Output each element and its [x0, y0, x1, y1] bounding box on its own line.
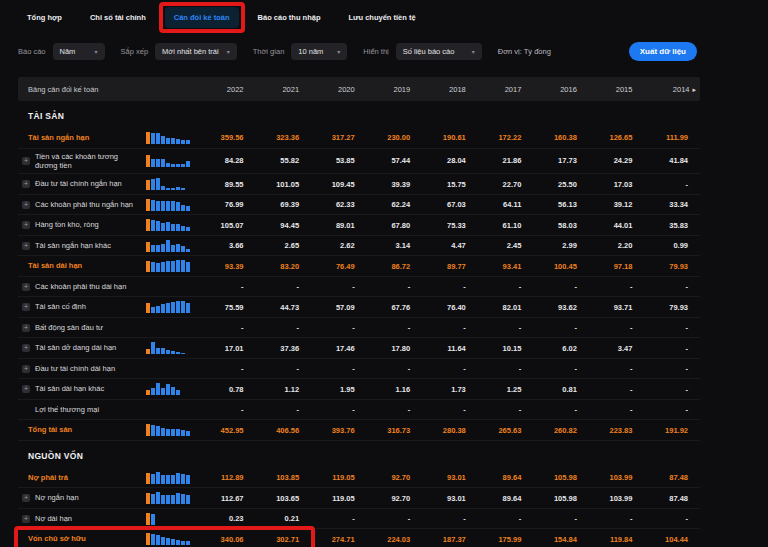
cell-value: 44.73: [256, 303, 312, 312]
cell-value: 2.62: [311, 241, 367, 250]
row-label[interactable]: +Các khoản phải thu ngắn hạn: [18, 197, 142, 212]
expand-plus-icon[interactable]: +: [22, 242, 30, 250]
cell-value: -: [200, 405, 256, 414]
cell-value: -: [589, 323, 645, 332]
mini-bar-chart: [142, 178, 185, 190]
expand-plus-icon[interactable]: +: [22, 201, 30, 209]
filter-dropdown[interactable]: Năm▾: [53, 43, 105, 60]
cell-value: 187.37: [422, 535, 478, 544]
chart-bar: [161, 244, 165, 252]
cell-value: 3.66: [200, 241, 256, 250]
filter-dropdown[interactable]: 10 năm▾: [291, 43, 347, 60]
cell-value: 0.81: [533, 385, 589, 394]
row-label-text: Nợ phải trả: [28, 473, 68, 482]
chart-bar: [176, 164, 180, 167]
chart-bar: [151, 159, 155, 167]
filter-dropdown[interactable]: Số liệu báo cáo▾: [396, 43, 482, 60]
row-label[interactable]: +Đầu tư tài chính ngắn hạn: [18, 176, 142, 191]
chart-bar: [151, 342, 155, 354]
cell-value: 58.03: [533, 221, 589, 230]
filter-dropdown-value: Mới nhất bên trái: [162, 47, 219, 56]
cell-value: -: [533, 364, 589, 373]
filter-dropdown[interactable]: Mới nhất bên trái▾: [155, 43, 237, 60]
cell-value: 97.18: [589, 262, 645, 271]
expand-plus-icon[interactable]: +: [22, 221, 30, 229]
cell-value: 230.00: [367, 133, 423, 142]
expand-plus-icon[interactable]: +: [22, 324, 30, 332]
chart-bar: [156, 201, 160, 211]
cell-value: 93.62: [533, 303, 589, 312]
cell-value: 17.01: [200, 344, 256, 353]
expand-plus-icon[interactable]: +: [22, 303, 30, 311]
mini-bar-chart: [142, 513, 155, 525]
expand-plus-icon[interactable]: +: [22, 365, 30, 373]
row-label[interactable]: +Nợ ngắn hạn: [18, 490, 142, 505]
chevron-down-icon: ▾: [337, 48, 340, 55]
expand-plus-icon[interactable]: +: [22, 283, 30, 291]
expand-plus-icon[interactable]: +: [22, 157, 30, 165]
year-column-header: 2021: [256, 85, 312, 94]
more-columns-icon[interactable]: ▸: [692, 86, 696, 93]
expand-plus-icon[interactable]: +: [22, 515, 30, 523]
expand-plus-icon[interactable]: +: [22, 385, 30, 393]
tab-chỉ-số-tài-chính[interactable]: Chỉ số tài chính: [81, 7, 155, 28]
sparkline-cell: [142, 509, 200, 529]
cell-value: 17.46: [311, 344, 367, 353]
row-label[interactable]: +Tài sản ngắn hạn khác: [18, 238, 142, 253]
chart-bar-current: [146, 473, 150, 484]
expand-plus-icon[interactable]: +: [22, 344, 30, 352]
chart-bar: [186, 161, 190, 167]
chart-bar: [166, 188, 170, 190]
cell-value: -: [422, 282, 478, 291]
row-label-text: Đầu tư tài chính ngắn hạn: [35, 179, 122, 188]
chart-bar: [176, 540, 180, 545]
expand-plus-icon[interactable]: +: [22, 180, 30, 188]
cell-value: -: [367, 364, 423, 373]
expand-plus-icon[interactable]: +: [22, 494, 30, 502]
row-label[interactable]: Tài sản ngắn hạn: [18, 130, 142, 145]
row-label[interactable]: +Nợ dài hạn: [18, 511, 142, 526]
sparkline-cell: [142, 379, 200, 399]
row-label[interactable]: +Tài sản dài hạn khác: [18, 381, 142, 396]
sparkline-cell: [142, 174, 200, 194]
tab-tổng-hợp[interactable]: Tổng hợp: [18, 7, 71, 28]
chart-bar: [161, 201, 165, 211]
chart-bar: [171, 245, 175, 252]
row-label[interactable]: +Tiền và các khoản tương đương tiền: [18, 149, 142, 174]
table-row: Lợi thế thương mại---------: [18, 400, 700, 421]
cell-value: 55.82: [256, 156, 312, 165]
row-label[interactable]: Vốn chủ sở hữu: [18, 531, 142, 546]
chart-bar: [161, 537, 165, 545]
row-label[interactable]: +Tài sản cố định: [18, 299, 142, 314]
chart-bar: [181, 246, 185, 252]
row-label[interactable]: Tài sản dài hạn: [18, 258, 142, 273]
cell-value: 17.73: [533, 156, 589, 165]
row-label[interactable]: Nợ phải trả: [18, 470, 142, 485]
table-row: Vốn chủ sở hữu340.06302.71274.71224.0318…: [18, 529, 700, 547]
cell-value: 89.64: [478, 494, 534, 503]
row-label[interactable]: +Bất động sản đầu tư: [18, 320, 142, 335]
tab-báo-cáo-thu-nhập[interactable]: Báo cáo thu nhập: [249, 7, 330, 28]
cell-value: -: [644, 514, 700, 523]
cell-value: 4.47: [422, 241, 478, 250]
cell-value: -: [644, 282, 700, 291]
cell-value: -: [478, 364, 534, 373]
cell-value: 76.40: [422, 303, 478, 312]
cell-value: 2.20: [589, 241, 645, 250]
cell-value: 76.49: [311, 262, 367, 271]
cell-value: 56.13: [533, 200, 589, 209]
cell-value: -: [200, 282, 256, 291]
tab-cân-đối-kế-toán[interactable]: Cân đối kế toán: [165, 7, 239, 28]
row-label[interactable]: Lợi thế thương mại: [18, 402, 142, 417]
row-label[interactable]: +Các khoản phải thu dài hạn: [18, 279, 142, 294]
row-label[interactable]: +Hàng tồn kho, ròng: [18, 217, 142, 232]
cell-value: 35.83: [644, 221, 700, 230]
cell-value: 191.92: [644, 426, 700, 435]
row-label[interactable]: Tổng tài sản: [18, 422, 142, 437]
tab-lưu-chuyển-tiền-tệ[interactable]: Lưu chuyển tiền tệ: [340, 7, 425, 28]
export-data-button[interactable]: Xuất dữ liệu: [629, 42, 697, 61]
row-label[interactable]: +Tài sản dở dang dài hạn: [18, 340, 142, 355]
row-label[interactable]: +Đầu tư tài chính dài hạn: [18, 361, 142, 376]
chart-bar: [176, 187, 180, 190]
chart-bar: [171, 387, 175, 395]
